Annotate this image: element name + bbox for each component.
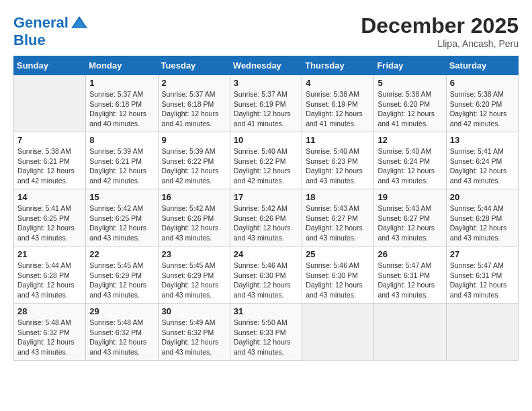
day-number: 3 xyxy=(234,78,298,88)
day-number: 21 xyxy=(17,249,82,259)
day-info: Sunrise: 5:48 AM Sunset: 6:32 PM Dayligh… xyxy=(89,318,154,357)
calendar-cell: 25Sunrise: 5:46 AM Sunset: 6:30 PM Dayli… xyxy=(302,246,374,304)
day-number: 10 xyxy=(234,135,298,145)
day-info: Sunrise: 5:38 AM Sunset: 6:21 PM Dayligh… xyxy=(17,146,82,186)
day-number: 30 xyxy=(162,306,226,316)
calendar-cell: 9Sunrise: 5:39 AM Sunset: 6:22 PM Daylig… xyxy=(158,132,230,189)
day-number: 25 xyxy=(306,249,370,259)
day-number: 24 xyxy=(234,249,298,259)
calendar-cell: 1Sunrise: 5:37 AM Sunset: 6:18 PM Daylig… xyxy=(86,75,158,132)
day-number: 31 xyxy=(234,306,298,316)
day-info: Sunrise: 5:48 AM Sunset: 6:32 PM Dayligh… xyxy=(17,318,82,357)
calendar-cell: 17Sunrise: 5:42 AM Sunset: 6:26 PM Dayli… xyxy=(230,189,302,246)
calendar-cell: 3Sunrise: 5:37 AM Sunset: 6:19 PM Daylig… xyxy=(230,75,302,132)
calendar-cell: 7Sunrise: 5:38 AM Sunset: 6:21 PM Daylig… xyxy=(14,132,86,189)
day-info: Sunrise: 5:38 AM Sunset: 6:20 PM Dayligh… xyxy=(450,89,515,129)
weekday-header-row: SundayMondayTuesdayWednesdayThursdayFrid… xyxy=(14,56,519,75)
day-info: Sunrise: 5:49 AM Sunset: 6:32 PM Dayligh… xyxy=(162,318,226,357)
day-info: Sunrise: 5:37 AM Sunset: 6:18 PM Dayligh… xyxy=(89,89,154,129)
day-number: 19 xyxy=(378,192,442,202)
day-number: 23 xyxy=(162,249,226,259)
day-number: 1 xyxy=(89,78,154,88)
day-info: Sunrise: 5:37 AM Sunset: 6:19 PM Dayligh… xyxy=(234,89,298,129)
day-info: Sunrise: 5:43 AM Sunset: 6:27 PM Dayligh… xyxy=(378,203,442,243)
day-info: Sunrise: 5:44 AM Sunset: 6:28 PM Dayligh… xyxy=(450,203,515,243)
day-info: Sunrise: 5:41 AM Sunset: 6:24 PM Dayligh… xyxy=(450,146,515,186)
day-number: 5 xyxy=(378,78,442,88)
day-number: 17 xyxy=(234,192,298,202)
week-row-4: 21Sunrise: 5:44 AM Sunset: 6:28 PM Dayli… xyxy=(14,246,519,304)
location: Llipa, Ancash, Peru xyxy=(361,38,519,49)
day-number: 29 xyxy=(89,306,154,316)
calendar-cell: 8Sunrise: 5:39 AM Sunset: 6:21 PM Daylig… xyxy=(86,132,158,189)
day-info: Sunrise: 5:40 AM Sunset: 6:22 PM Dayligh… xyxy=(234,146,298,186)
calendar-cell: 12Sunrise: 5:40 AM Sunset: 6:24 PM Dayli… xyxy=(374,132,446,189)
calendar-cell: 2Sunrise: 5:37 AM Sunset: 6:18 PM Daylig… xyxy=(158,75,230,132)
day-number: 26 xyxy=(378,249,442,259)
day-number: 7 xyxy=(17,135,82,145)
calendar-cell: 14Sunrise: 5:41 AM Sunset: 6:25 PM Dayli… xyxy=(14,189,86,246)
calendar-cell: 16Sunrise: 5:42 AM Sunset: 6:26 PM Dayli… xyxy=(158,189,230,246)
day-number: 16 xyxy=(162,192,226,202)
calendar-cell: 11Sunrise: 5:40 AM Sunset: 6:23 PM Dayli… xyxy=(302,132,374,189)
month-title: December 2025 xyxy=(361,13,519,38)
day-info: Sunrise: 5:39 AM Sunset: 6:22 PM Dayligh… xyxy=(162,146,226,186)
day-info: Sunrise: 5:38 AM Sunset: 6:19 PM Dayligh… xyxy=(306,89,370,129)
day-info: Sunrise: 5:39 AM Sunset: 6:21 PM Dayligh… xyxy=(89,146,154,186)
day-number: 14 xyxy=(17,192,82,202)
calendar-cell: 4Sunrise: 5:38 AM Sunset: 6:19 PM Daylig… xyxy=(302,75,374,132)
day-info: Sunrise: 5:42 AM Sunset: 6:26 PM Dayligh… xyxy=(234,203,298,243)
day-number: 6 xyxy=(450,78,515,88)
calendar-cell xyxy=(446,304,518,361)
day-info: Sunrise: 5:40 AM Sunset: 6:24 PM Dayligh… xyxy=(378,146,442,186)
day-number: 11 xyxy=(306,135,370,145)
weekday-monday: Monday xyxy=(86,56,158,75)
calendar-cell: 13Sunrise: 5:41 AM Sunset: 6:24 PM Dayli… xyxy=(446,132,518,189)
day-info: Sunrise: 5:38 AM Sunset: 6:20 PM Dayligh… xyxy=(378,89,442,129)
week-row-1: 1Sunrise: 5:37 AM Sunset: 6:18 PM Daylig… xyxy=(14,75,519,132)
calendar-cell: 10Sunrise: 5:40 AM Sunset: 6:22 PM Dayli… xyxy=(230,132,302,189)
calendar-cell: 15Sunrise: 5:42 AM Sunset: 6:25 PM Dayli… xyxy=(86,189,158,246)
calendar-cell: 28Sunrise: 5:48 AM Sunset: 6:32 PM Dayli… xyxy=(14,304,86,361)
calendar-cell: 21Sunrise: 5:44 AM Sunset: 6:28 PM Dayli… xyxy=(14,246,86,304)
day-info: Sunrise: 5:46 AM Sunset: 6:30 PM Dayligh… xyxy=(234,261,298,300)
day-number: 2 xyxy=(162,78,226,88)
day-info: Sunrise: 5:45 AM Sunset: 6:29 PM Dayligh… xyxy=(162,261,226,300)
day-info: Sunrise: 5:45 AM Sunset: 6:29 PM Dayligh… xyxy=(89,261,154,300)
calendar-cell xyxy=(14,75,86,132)
calendar-cell: 18Sunrise: 5:43 AM Sunset: 6:27 PM Dayli… xyxy=(302,189,374,246)
day-info: Sunrise: 5:47 AM Sunset: 6:31 PM Dayligh… xyxy=(450,261,515,300)
calendar-cell: 19Sunrise: 5:43 AM Sunset: 6:27 PM Dayli… xyxy=(374,189,446,246)
day-info: Sunrise: 5:46 AM Sunset: 6:30 PM Dayligh… xyxy=(306,261,370,300)
calendar-cell: 26Sunrise: 5:47 AM Sunset: 6:31 PM Dayli… xyxy=(374,246,446,304)
calendar-table: SundayMondayTuesdayWednesdayThursdayFrid… xyxy=(13,56,519,361)
day-number: 28 xyxy=(17,306,82,316)
title-block: December 2025 Llipa, Ancash, Peru xyxy=(361,13,519,49)
day-info: Sunrise: 5:47 AM Sunset: 6:31 PM Dayligh… xyxy=(378,261,442,300)
day-number: 18 xyxy=(306,192,370,202)
day-info: Sunrise: 5:40 AM Sunset: 6:23 PM Dayligh… xyxy=(306,146,370,186)
calendar-cell: 27Sunrise: 5:47 AM Sunset: 6:31 PM Dayli… xyxy=(446,246,518,304)
day-number: 9 xyxy=(162,135,226,145)
weekday-wednesday: Wednesday xyxy=(230,56,302,75)
day-number: 13 xyxy=(450,135,515,145)
calendar-cell: 6Sunrise: 5:38 AM Sunset: 6:20 PM Daylig… xyxy=(446,75,518,132)
calendar-cell: 31Sunrise: 5:50 AM Sunset: 6:33 PM Dayli… xyxy=(230,304,302,361)
calendar-cell: 24Sunrise: 5:46 AM Sunset: 6:30 PM Dayli… xyxy=(230,246,302,304)
calendar-cell xyxy=(302,304,374,361)
day-number: 22 xyxy=(89,249,154,259)
day-number: 12 xyxy=(378,135,442,145)
weekday-saturday: Saturday xyxy=(446,56,518,75)
day-info: Sunrise: 5:44 AM Sunset: 6:28 PM Dayligh… xyxy=(17,261,82,300)
day-info: Sunrise: 5:42 AM Sunset: 6:26 PM Dayligh… xyxy=(162,203,226,243)
calendar-cell: 23Sunrise: 5:45 AM Sunset: 6:29 PM Dayli… xyxy=(158,246,230,304)
weekday-tuesday: Tuesday xyxy=(158,56,230,75)
day-info: Sunrise: 5:42 AM Sunset: 6:25 PM Dayligh… xyxy=(89,203,154,243)
weekday-friday: Friday xyxy=(374,56,446,75)
logo-text: General xyxy=(13,15,69,31)
day-number: 15 xyxy=(89,192,154,202)
day-info: Sunrise: 5:50 AM Sunset: 6:33 PM Dayligh… xyxy=(234,318,298,357)
week-row-3: 14Sunrise: 5:41 AM Sunset: 6:25 PM Dayli… xyxy=(14,189,519,246)
page-header: General Blue December 2025 Llipa, Ancash… xyxy=(13,13,519,49)
calendar-cell: 30Sunrise: 5:49 AM Sunset: 6:32 PM Dayli… xyxy=(158,304,230,361)
